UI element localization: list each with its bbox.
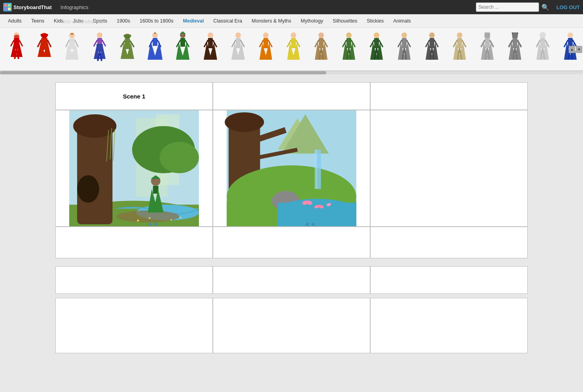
svg-point-150 (568, 32, 573, 38)
cat-silhouettes[interactable]: Silhouettes (328, 14, 362, 28)
description-row (55, 266, 528, 294)
character-1[interactable] (3, 29, 30, 69)
scene-1-text[interactable] (55, 227, 213, 258)
top-navigation: StoryboardThat Scenes Characters Textabl… (0, 0, 583, 14)
svg-point-70 (291, 32, 296, 38)
character-7[interactable] (169, 29, 196, 69)
svg-rect-47 (180, 38, 185, 47)
svg-point-64 (263, 32, 269, 38)
svg-point-52 (208, 32, 213, 38)
svg-point-84 (346, 32, 352, 38)
character-10[interactable] (252, 29, 279, 69)
search-area: 🔍 LOG OUT (476, 2, 580, 12)
character-17[interactable] (446, 29, 473, 69)
svg-rect-132 (512, 32, 518, 38)
svg-rect-135 (513, 38, 517, 48)
svg-rect-124 (485, 32, 490, 38)
scene-1-extra[interactable] (55, 298, 213, 353)
svg-text:✦: ✦ (179, 216, 182, 220)
svg-rect-109 (430, 38, 434, 48)
character-19[interactable] (502, 29, 528, 69)
svg-rect-26 (97, 38, 102, 44)
strip-arrow-controls: ▲ ▼ (569, 46, 582, 53)
scene-2-text[interactable] (213, 227, 370, 258)
svg-rect-35 (125, 39, 130, 49)
character-15[interactable] (391, 29, 418, 69)
svg-point-76 (318, 32, 324, 38)
cat-medieval[interactable]: Medieval (178, 14, 209, 28)
svg-point-165 (73, 114, 116, 138)
character-11[interactable] (280, 29, 307, 69)
logo-icon (3, 3, 12, 11)
svg-text:✦: ✦ (170, 218, 173, 222)
scene-3-desc[interactable] (370, 266, 528, 294)
character-8[interactable] (197, 29, 224, 69)
svg-rect-59 (236, 38, 240, 48)
character-12[interactable] (308, 29, 335, 69)
cat-monsters-myths[interactable]: Monsters & Myths (247, 14, 296, 28)
svg-rect-71 (291, 38, 296, 48)
svg-rect-0 (4, 4, 7, 7)
svg-point-25 (97, 32, 102, 38)
search-button[interactable]: 🔍 (541, 4, 549, 11)
scroll-down-button[interactable]: ▼ (576, 46, 582, 53)
scene-1-desc[interactable] (55, 266, 213, 294)
svg-point-187 (225, 112, 264, 132)
svg-rect-101 (402, 38, 407, 48)
cat-mythology[interactable]: Mythology (296, 14, 328, 28)
character-2[interactable] (31, 29, 58, 69)
cat-adults[interactable]: Adults (3, 14, 26, 28)
scene-3-title[interactable] (370, 82, 528, 110)
logo[interactable]: StoryboardThat (3, 3, 52, 11)
character-6[interactable] (142, 29, 168, 69)
logout-button[interactable]: LOG OUT (556, 4, 580, 10)
logo-text: StoryboardThat (13, 4, 52, 10)
scene-2-extra[interactable] (213, 298, 370, 353)
scene-2-title[interactable] (213, 82, 370, 110)
scene-1-image[interactable]: ✦ ✦ ✦ ✦ (55, 110, 213, 227)
svg-rect-20 (69, 38, 75, 49)
scroll-up-button[interactable]: ▲ (569, 46, 575, 53)
svg-rect-117 (457, 38, 462, 48)
cat-classical-era[interactable]: Classical Era (208, 14, 247, 28)
character-5[interactable] (114, 29, 141, 69)
search-input[interactable] (476, 2, 539, 12)
character-13[interactable] (335, 29, 362, 69)
svg-point-92 (374, 32, 379, 38)
character-scrollbar[interactable] (0, 71, 583, 74)
character-9[interactable] (225, 29, 252, 69)
nav-web-wireframes[interactable]: Web & Wireframes (57, 14, 108, 28)
svg-point-19 (69, 32, 75, 38)
nav-infographics[interactable]: Infographics (57, 0, 108, 14)
character-18[interactable] (474, 29, 501, 69)
character-4[interactable] (86, 29, 113, 69)
character-3[interactable] (59, 29, 85, 69)
character-16[interactable] (418, 29, 445, 69)
scene-2-image[interactable] (213, 110, 370, 227)
svg-rect-93 (374, 38, 379, 48)
scene-1-title[interactable]: Scene 1 (55, 82, 213, 110)
scene-3-extra[interactable] (370, 298, 528, 353)
character-strip (0, 28, 583, 71)
scene-3-image[interactable] (370, 110, 528, 227)
svg-rect-85 (346, 38, 351, 48)
scene-2-desc[interactable] (213, 266, 370, 294)
cat-teens[interactable]: Teens (26, 14, 49, 28)
svg-text:✦: ✦ (148, 216, 151, 220)
storyboard-area: Scene 1 (0, 74, 583, 361)
svg-point-100 (401, 32, 407, 38)
svg-text:✦: ✦ (136, 218, 140, 223)
cat-animals[interactable]: Animals (388, 14, 415, 28)
cat-1600s-1800s[interactable]: 1600s to 1800s (135, 14, 178, 28)
extra-row (55, 298, 528, 353)
character-20[interactable] (529, 29, 556, 69)
svg-point-166 (77, 175, 99, 203)
scene-3-text[interactable] (370, 227, 528, 258)
cat-stickies[interactable]: Stickies (362, 14, 388, 28)
character-14[interactable] (363, 29, 390, 69)
svg-rect-77 (319, 38, 324, 48)
svg-rect-164 (77, 126, 112, 224)
cat-1900s[interactable]: 1900s (112, 14, 135, 28)
title-row: Scene 1 (55, 82, 528, 110)
scrollbar-thumb[interactable] (0, 71, 326, 74)
